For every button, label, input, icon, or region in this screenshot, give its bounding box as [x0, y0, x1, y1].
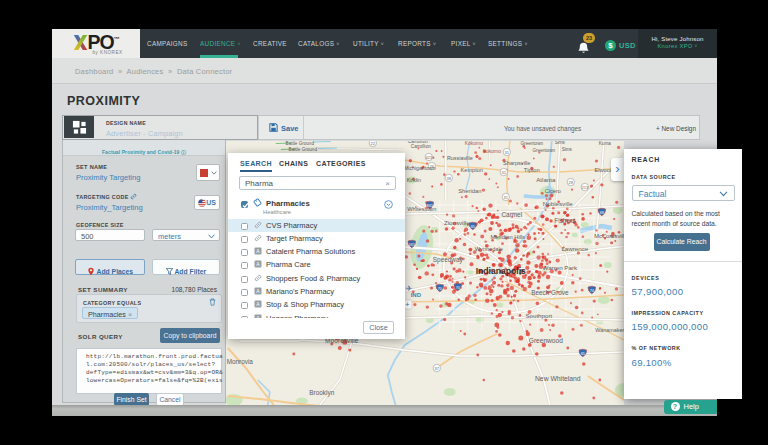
svg-text:31: 31: [502, 170, 507, 175]
svg-text:65: 65: [581, 351, 585, 356]
svg-text:Battle Ground: Battle Ground: [289, 147, 318, 152]
svg-text:New Whiteland: New Whiteland: [535, 375, 581, 382]
svg-text:Wanamaker: Wanamaker: [595, 327, 624, 333]
svg-text:465: 465: [409, 242, 416, 247]
svg-text:Kirklin: Kirklin: [407, 177, 421, 183]
svg-text:Russiaville: Russiaville: [447, 155, 473, 161]
svg-text:+: +: [405, 300, 410, 309]
svg-text:Carmel: Carmel: [501, 211, 522, 218]
svg-text:31: 31: [504, 195, 509, 200]
svg-text:28: 28: [569, 180, 574, 185]
svg-text:213: 213: [581, 185, 588, 190]
svg-text:Atlanta: Atlanta: [536, 176, 556, 183]
svg-text:69: 69: [600, 210, 604, 215]
svg-text:Meridian Hills: Meridian Hills: [490, 234, 525, 240]
svg-text:Sims: Sims: [555, 141, 566, 145]
svg-text:Sims: Sims: [562, 147, 573, 152]
svg-text:Sharpsville: Sharpsville: [503, 160, 530, 166]
svg-text:Whitestown: Whitestown: [407, 206, 436, 212]
svg-text:McCordsville: McCordsville: [594, 233, 624, 239]
svg-text:Kuma: Kuma: [599, 141, 611, 146]
svg-text:Michigantown: Michigantown: [404, 165, 436, 171]
svg-text:65: 65: [471, 224, 475, 229]
svg-text:37: 37: [435, 366, 440, 371]
svg-text:Fishers: Fishers: [554, 217, 575, 224]
svg-text:Southport: Southport: [525, 312, 552, 319]
svg-text:Battle Ground: Battle Ground: [286, 141, 315, 146]
svg-text:Lawrence: Lawrence: [561, 245, 588, 252]
svg-text:Tipton: Tipton: [524, 167, 540, 173]
svg-text:Kokomo: Kokomo: [483, 148, 502, 154]
svg-text:Kempton: Kempton: [461, 167, 483, 173]
svg-text:✈: ✈: [406, 284, 413, 293]
svg-text:22: 22: [371, 141, 376, 146]
svg-text:Zionsville: Zionsville: [444, 219, 470, 226]
svg-text:Greentown: Greentown: [521, 141, 544, 146]
svg-text:Speedway: Speedway: [433, 256, 464, 264]
svg-text:Kokomo: Kokomo: [465, 141, 484, 146]
svg-text:38: 38: [447, 176, 452, 181]
svg-text:421: 421: [425, 155, 432, 160]
svg-text:Sheridan: Sheridan: [458, 188, 481, 194]
svg-text:Greenwood: Greenwood: [529, 337, 563, 344]
svg-text:Beech Grove: Beech Grove: [531, 289, 569, 296]
svg-text:Warren Park: Warren Park: [543, 264, 578, 271]
svg-text:Indianapolis: Indianapolis: [476, 266, 526, 276]
svg-text:Wynnedale: Wynnedale: [475, 246, 503, 252]
svg-text:Noblesville: Noblesville: [543, 200, 573, 207]
svg-text:Carrollton: Carrollton: [411, 144, 431, 149]
svg-text:31: 31: [505, 150, 510, 155]
svg-text:Greentown: Greentown: [533, 148, 556, 153]
svg-text:Cicero: Cicero: [545, 188, 561, 194]
